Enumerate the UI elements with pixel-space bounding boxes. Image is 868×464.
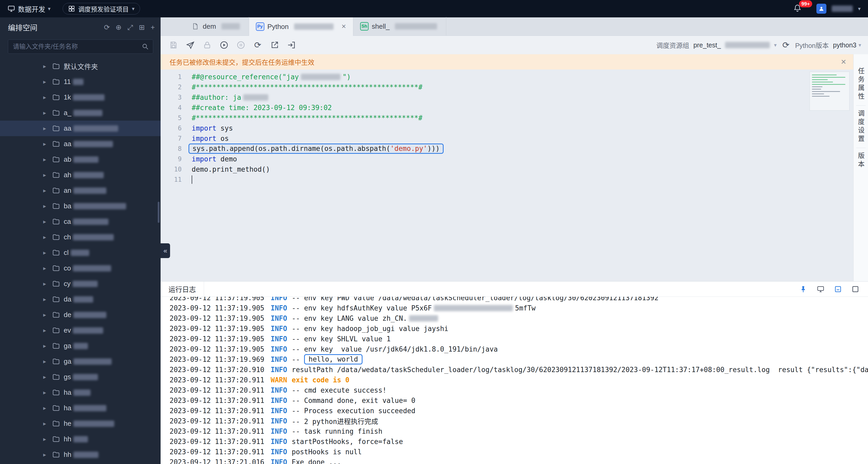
user-menu[interactable]: ▾ bbox=[816, 4, 861, 14]
expand-caret-icon[interactable]: ▸ bbox=[43, 249, 52, 256]
log-output[interactable]: 2023-09-12 11:37:19.905INFO-- env key PW… bbox=[161, 297, 868, 464]
expand-caret-icon[interactable]: ▸ bbox=[43, 125, 52, 132]
minimap[interactable] bbox=[810, 72, 849, 111]
tree-item[interactable]: ▸ha bbox=[0, 385, 161, 400]
expand-caret-icon[interactable]: ▸ bbox=[43, 405, 52, 411]
expand-caret-icon[interactable]: ▸ bbox=[43, 312, 52, 318]
expand-caret-icon[interactable]: ▸ bbox=[43, 110, 52, 116]
tree-item[interactable]: ▸ga bbox=[0, 338, 161, 354]
tree-item[interactable]: ▸ca bbox=[0, 214, 161, 229]
tree-item[interactable]: ▸a_ bbox=[0, 105, 161, 121]
code-line: 7import os bbox=[161, 133, 853, 144]
scheduler-group-select[interactable]: pre_test_ ▾ bbox=[693, 41, 777, 49]
save-icon[interactable] bbox=[168, 40, 179, 50]
line-number: 7 bbox=[161, 135, 182, 142]
editor-tab-Python[interactable]: PyPython✕ bbox=[249, 18, 353, 36]
tree-item[interactable]: ▸aa bbox=[0, 136, 161, 152]
tree-item[interactable]: ▸1k bbox=[0, 90, 161, 105]
advanced-run-icon[interactable]: ⟳ bbox=[253, 40, 263, 50]
editor-tab-shell_[interactable]: Shshell_ bbox=[353, 17, 446, 36]
project-selector[interactable]: 调度预发验证项目 ▾ bbox=[63, 3, 140, 14]
open-window-icon[interactable] bbox=[816, 284, 825, 294]
tree-item[interactable]: ▸co bbox=[0, 260, 161, 276]
tree-item[interactable]: ▸ev bbox=[0, 322, 161, 338]
open-in-window-icon[interactable] bbox=[270, 40, 280, 50]
redacted-text bbox=[73, 187, 106, 194]
tree-item[interactable]: ▸ba bbox=[0, 198, 161, 214]
tree-item[interactable]: ▸cy bbox=[0, 276, 161, 291]
collapse-sidebar-button[interactable]: « bbox=[161, 243, 170, 258]
close-banner-icon[interactable]: ✕ bbox=[841, 58, 846, 66]
add-icon[interactable]: + bbox=[151, 24, 155, 31]
expand-caret-icon[interactable]: ▸ bbox=[43, 141, 52, 148]
tree-item[interactable]: ▸ah bbox=[0, 167, 161, 183]
tree-item[interactable]: ▸ga bbox=[0, 354, 161, 369]
expand-caret-icon[interactable]: ▸ bbox=[43, 343, 52, 349]
tree-item[interactable]: ▸gs bbox=[0, 369, 161, 385]
expand-caret-icon[interactable]: ▸ bbox=[43, 296, 52, 303]
expand-caret-icon[interactable]: ▸ bbox=[43, 420, 52, 427]
run-icon[interactable] bbox=[219, 40, 229, 50]
expand-caret-icon[interactable]: ▸ bbox=[43, 374, 52, 380]
expand-caret-icon[interactable]: ▸ bbox=[43, 234, 52, 241]
expand-caret-icon[interactable]: ▸ bbox=[43, 280, 52, 287]
tree-item[interactable]: ▸an bbox=[0, 183, 161, 198]
expand-caret-icon[interactable]: ▸ bbox=[43, 358, 52, 365]
folder-tree[interactable]: ▸默认文件夹▸11▸1k▸a_▸aa▸aa▸ab▸ah▸an▸ba▸ca▸ch▸… bbox=[0, 57, 161, 464]
line-number: 5 bbox=[161, 114, 182, 122]
tree-item[interactable]: ▸aa bbox=[0, 121, 161, 136]
expand-caret-icon[interactable]: ▸ bbox=[43, 327, 52, 334]
tree-item[interactable]: ▸ch bbox=[0, 229, 161, 245]
expand-caret-icon[interactable]: ▸ bbox=[43, 451, 52, 458]
user-icon bbox=[818, 5, 825, 12]
expand-caret-icon[interactable]: ▸ bbox=[43, 172, 52, 179]
tab-run-log[interactable]: 运行日志 bbox=[161, 281, 204, 297]
expand-icon[interactable]: ⤢ bbox=[127, 24, 133, 31]
maximize-panel-icon[interactable] bbox=[850, 284, 860, 294]
tree-item[interactable]: ▸ab bbox=[0, 152, 161, 167]
redacted-text bbox=[73, 156, 98, 163]
code-editor[interactable]: 1##@resource_reference("jay")2#*********… bbox=[161, 69, 853, 281]
expand-caret-icon[interactable]: ▸ bbox=[43, 203, 52, 210]
refresh-icon[interactable]: ⟳ bbox=[104, 24, 110, 31]
expand-caret-icon[interactable]: ▸ bbox=[43, 156, 52, 163]
nav-data-development[interactable]: 数据开发 ▾ bbox=[7, 4, 51, 14]
expand-caret-icon[interactable]: ▸ bbox=[43, 94, 52, 101]
tree-item[interactable]: ▸cl bbox=[0, 245, 161, 260]
exit-icon[interactable] bbox=[286, 40, 297, 50]
tree-item[interactable]: ▸11 bbox=[0, 74, 161, 90]
expand-caret-icon[interactable]: ▸ bbox=[43, 436, 52, 443]
close-tab-icon[interactable]: ✕ bbox=[341, 23, 346, 30]
expand-caret-icon[interactable]: ▸ bbox=[43, 79, 52, 85]
search-icon[interactable] bbox=[142, 43, 149, 51]
rail-tab-调度设置[interactable]: 调度设置 bbox=[856, 105, 866, 148]
tree-item[interactable]: ▸de bbox=[0, 307, 161, 322]
tree-item[interactable]: ▸默认文件夹 bbox=[0, 58, 161, 74]
redacted-text bbox=[73, 343, 88, 349]
refresh-resource-icon[interactable]: ⟳ bbox=[781, 40, 791, 50]
pin-icon[interactable] bbox=[799, 284, 808, 294]
submit-icon[interactable] bbox=[185, 40, 195, 50]
tree-item[interactable]: ▸hh bbox=[0, 447, 161, 462]
lock-icon[interactable] bbox=[202, 40, 212, 50]
expand-caret-icon[interactable]: ▸ bbox=[43, 389, 52, 396]
search-input[interactable] bbox=[8, 39, 153, 54]
collapse-panel-icon[interactable] bbox=[833, 284, 843, 294]
expand-caret-icon[interactable]: ▸ bbox=[43, 187, 52, 194]
expand-caret-icon[interactable]: ▸ bbox=[43, 63, 52, 70]
expand-caret-icon[interactable]: ▸ bbox=[43, 265, 52, 272]
tree-item[interactable]: ▸hh bbox=[0, 431, 161, 447]
tree-item[interactable]: ▸he bbox=[0, 416, 161, 431]
tree-item[interactable]: ▸ha bbox=[0, 400, 161, 416]
stop-icon[interactable] bbox=[236, 40, 246, 50]
expand-caret-icon[interactable]: ▸ bbox=[43, 218, 52, 225]
rail-tab-版本[interactable]: 版本 bbox=[856, 148, 866, 173]
notifications-button[interactable]: 99+ bbox=[793, 4, 802, 13]
python-version-select[interactable]: python3 ▾ bbox=[833, 41, 861, 49]
locate-icon[interactable]: ⊕ bbox=[116, 24, 122, 31]
rail-tab-任务属性[interactable]: 任务属性 bbox=[856, 63, 866, 105]
editor-tab-dem[interactable]: dem bbox=[184, 17, 249, 36]
sidebar-scrollbar[interactable] bbox=[158, 202, 159, 223]
tree-item[interactable]: ▸da bbox=[0, 291, 161, 307]
new-folder-icon[interactable]: ⊞ bbox=[139, 24, 145, 31]
